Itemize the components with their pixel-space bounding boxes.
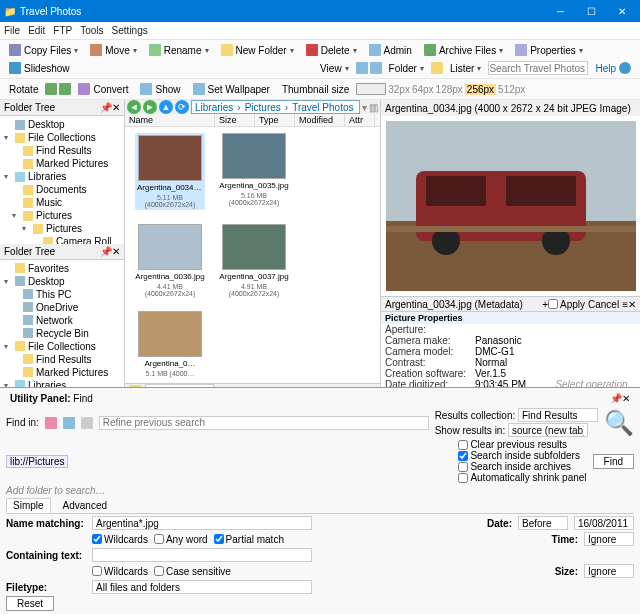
thumbnail[interactable]: Argentina_0036.jpg4.41 MB (4000x2672x24) (135, 224, 205, 297)
prop-row[interactable]: Creation software:Ver.1.5 (381, 368, 640, 379)
tree-item[interactable]: Desktop (2, 118, 122, 131)
date-value[interactable] (574, 516, 634, 530)
rotate-right-icon[interactable] (59, 83, 71, 95)
size-512[interactable]: 512px (498, 84, 525, 95)
search-arc-checkbox[interactable]: Search inside archives (458, 461, 586, 472)
admin-button[interactable]: Admin (364, 42, 417, 58)
size-64[interactable]: 64px (412, 84, 434, 95)
tree-item[interactable]: This PC (2, 288, 122, 301)
maximize-button[interactable]: ☐ (577, 6, 605, 17)
refresh-button[interactable]: ⟳ (175, 100, 189, 114)
tree-item[interactable]: ▾Pictures (2, 209, 122, 222)
tab-advanced[interactable]: Advanced (57, 499, 113, 512)
tree-item[interactable]: Find Results (2, 144, 122, 157)
partial-checkbox[interactable]: Partial match (214, 534, 284, 545)
ct-wildcards-checkbox[interactable]: Wildcards (92, 566, 148, 577)
up-button[interactable]: ▲ (159, 100, 173, 114)
pin-icon[interactable]: 📌 (100, 102, 112, 113)
dropdown-icon[interactable]: ▾ (362, 102, 367, 113)
col-type[interactable]: Type (255, 114, 295, 126)
folder-dropdown[interactable]: Folder▾ (384, 61, 429, 76)
tree-item[interactable]: Network (2, 314, 122, 327)
thumbsize-slider-icon[interactable] (356, 83, 386, 95)
col-attr[interactable]: Attr (345, 114, 375, 126)
close-panel-icon-2[interactable]: ✕ (112, 246, 120, 257)
tree-item[interactable]: ▾File Collections (2, 131, 122, 144)
tree-item[interactable]: ▾Desktop (2, 275, 122, 288)
auto-shrink-checkbox[interactable]: Automatically shrink panel (458, 472, 586, 483)
filetype-input[interactable] (92, 580, 312, 594)
thumbnail[interactable]: Argentina_0037.jpg4.91 MB (4000x2672x24) (219, 224, 289, 297)
menu-file[interactable]: File (4, 25, 20, 36)
containing-text-input[interactable] (92, 548, 312, 562)
back-button[interactable]: ◄ (127, 100, 141, 114)
date-mode[interactable] (518, 516, 568, 530)
tree-item[interactable]: Find Results (2, 353, 122, 366)
tree-item[interactable]: Recycle Bin (2, 327, 122, 340)
slideshow-button[interactable]: Slideshow (4, 60, 75, 76)
folder-icon-1[interactable] (431, 62, 443, 74)
thumbnail[interactable]: Argentina_0…5.1 MB (4000… (135, 311, 205, 377)
rotate-left-icon[interactable] (45, 83, 57, 95)
size-32[interactable]: 32px (388, 84, 410, 95)
copy-files-button[interactable]: Copy Files▾ (4, 42, 83, 58)
apply-checkbox[interactable]: Apply (548, 299, 585, 310)
thumbnail[interactable]: Argentina_0034.jpg5.11 MB (4000x2672x24) (135, 133, 205, 210)
tree-item[interactable]: ▾File Collections (2, 340, 122, 353)
move-button[interactable]: Move▾ (85, 42, 141, 58)
lock-icon[interactable] (45, 417, 57, 429)
find-button[interactable]: Find (593, 454, 634, 469)
pin-icon-3[interactable]: 📌 (610, 393, 622, 404)
properties-button[interactable]: Properties▾ (510, 42, 588, 58)
reset-button[interactable]: Reset (6, 596, 54, 611)
tree-item[interactable]: Marked Pictures (2, 366, 122, 379)
history-icon[interactable] (63, 417, 75, 429)
tree-item[interactable]: Documents (2, 183, 122, 196)
delete-button[interactable]: Delete▾ (301, 42, 362, 58)
ct-case-checkbox[interactable]: Case sensitive (154, 566, 231, 577)
rotate-button[interactable]: Rotate (4, 82, 43, 97)
find-filter-input[interactable] (99, 416, 429, 430)
tree-item[interactable]: Favorites (2, 262, 122, 275)
archive-button[interactable]: Archive Files▾ (419, 42, 508, 58)
menu-edit[interactable]: Edit (28, 25, 45, 36)
size-128[interactable]: 128px (436, 84, 463, 95)
wildcards-checkbox[interactable]: Wildcards (92, 534, 148, 545)
dual-pane-icon[interactable]: ▥ (369, 102, 378, 113)
col-mod[interactable]: Modified (295, 114, 345, 126)
menu-ftp[interactable]: FTP (53, 25, 72, 36)
minimize-button[interactable]: ─ (546, 6, 574, 17)
clear-icon[interactable] (81, 417, 93, 429)
show-results-in[interactable] (508, 423, 588, 437)
prop-row[interactable]: Contrast:Normal (381, 357, 640, 368)
pin-icon-2[interactable]: 📌 (100, 246, 112, 257)
menu-tools[interactable]: Tools (80, 25, 103, 36)
prop-row[interactable]: Camera model:DMC-G1 (381, 346, 640, 357)
rename-button[interactable]: Rename▾ (144, 42, 214, 58)
results-collection[interactable] (518, 408, 598, 422)
prop-row[interactable]: Aperture: (381, 324, 640, 335)
tree-item[interactable]: Music (2, 196, 122, 209)
view-dropdown[interactable]: View▾ (315, 61, 354, 76)
view-icon-2[interactable] (370, 62, 382, 74)
show-button[interactable]: Show (135, 81, 185, 97)
col-name[interactable]: Name (125, 114, 215, 126)
close-panel-icon[interactable]: ✕ (112, 102, 120, 113)
tree-item[interactable]: ▾Libraries (2, 379, 122, 388)
menu-settings[interactable]: Settings (112, 25, 148, 36)
name-matching-input[interactable] (92, 516, 312, 530)
tree-item[interactable]: Marked Pictures (2, 157, 122, 170)
cancel-link[interactable]: Cancel (588, 299, 619, 310)
anyword-checkbox[interactable]: Any word (154, 534, 208, 545)
tab-simple[interactable]: Simple (6, 498, 51, 513)
tree-item[interactable]: Camera Roll (2, 235, 122, 244)
tree-item[interactable]: OneDrive (2, 301, 122, 314)
findin-path[interactable]: lib://Pictures (6, 455, 68, 468)
lister-dropdown[interactable]: Lister▾ (445, 61, 486, 76)
tree-item[interactable]: ▾Libraries (2, 170, 122, 183)
addfolder-hint[interactable]: Add folder to search… (6, 485, 106, 496)
close-props-icon[interactable]: ✕ (628, 299, 636, 310)
forward-button[interactable]: ► (143, 100, 157, 114)
prop-row[interactable]: Date digitized:9:03:45 PM 1/12/2010Selec… (381, 379, 640, 387)
close-button[interactable]: ✕ (608, 6, 636, 17)
